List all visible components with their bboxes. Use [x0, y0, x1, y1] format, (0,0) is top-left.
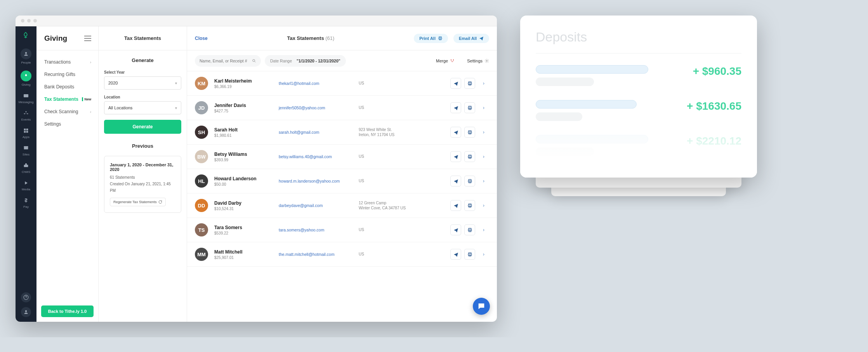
- statement-row[interactable]: SH Sarah Holt $1,980.61 sarah.holt@gmail…: [187, 120, 497, 145]
- sidebar-item[interactable]: Transactions›: [36, 56, 98, 68]
- person-name: Jennifer Davis: [214, 103, 273, 108]
- location-select[interactable]: All Locations ▾: [104, 101, 181, 114]
- row-expand[interactable]: ›: [478, 249, 489, 260]
- svg-rect-30: [469, 133, 470, 134]
- send-button[interactable]: [450, 78, 461, 89]
- statement-row[interactable]: DD David Darby $10,524.31 darbeydave@gma…: [187, 193, 497, 218]
- statement-row[interactable]: KM Karl Meisterheim $6,366.19 thekarl1@h…: [187, 71, 497, 96]
- person-amount: $427.75: [214, 109, 273, 113]
- rail-label: Pay: [23, 205, 29, 209]
- row-expand[interactable]: ›: [478, 127, 489, 138]
- panel-header: Tax Statements: [99, 26, 187, 50]
- send-button[interactable]: [450, 151, 461, 162]
- row-expand[interactable]: ›: [478, 176, 489, 186]
- person-name: Howard Landerson: [214, 176, 273, 181]
- help-button[interactable]: [21, 292, 31, 302]
- date-range-filter[interactable]: Date Range "1/1/2020 - 12/31/2020": [265, 55, 346, 67]
- rail-item-events[interactable]: Events: [16, 107, 36, 124]
- rail-item-apps[interactable]: Apps: [16, 124, 36, 141]
- search-input-wrap[interactable]: [195, 55, 261, 67]
- send-button[interactable]: [450, 200, 461, 211]
- row-expand[interactable]: ›: [478, 78, 489, 89]
- rail-item-pay[interactable]: Pay: [16, 194, 36, 211]
- send-icon: [453, 179, 458, 184]
- person-email: jennifer5050@yahoo.com: [279, 105, 352, 110]
- merge-button[interactable]: Merge: [436, 59, 455, 63]
- person-amount: $1,980.61: [214, 133, 273, 138]
- statement-row[interactable]: BW Betsy Williams $393.99 betsy.williams…: [187, 145, 497, 169]
- statement-row[interactable]: JD Jennifer Davis $427.75 jennifer5050@y…: [187, 96, 497, 120]
- print-button[interactable]: [464, 102, 475, 113]
- menu-icon[interactable]: [84, 36, 91, 41]
- print-button[interactable]: [464, 224, 475, 235]
- chat-fab[interactable]: [473, 298, 490, 315]
- print-button[interactable]: [464, 78, 475, 89]
- chevron-down-icon: ▾: [175, 81, 177, 85]
- rail-label: People: [21, 61, 31, 64]
- svg-rect-27: [469, 108, 470, 109]
- send-icon: [453, 105, 458, 110]
- statement-row[interactable]: TS Tara Somers $539.22 tara.somers@yahoo…: [187, 218, 497, 242]
- statement-row[interactable]: MM Matt Mitchell $25,907.01 the.matt.mit…: [187, 242, 497, 267]
- row-expand[interactable]: ›: [478, 200, 489, 211]
- sidebar-item[interactable]: Bank Deposits: [36, 81, 98, 93]
- sidebar-item-label: Tax Statements: [44, 97, 78, 102]
- row-expand[interactable]: ›: [478, 224, 489, 235]
- merge-icon: [450, 59, 455, 63]
- rail-item-media[interactable]: Media: [16, 176, 36, 194]
- placeholder-bar: [536, 112, 582, 121]
- sidebar-item-label: Transactions: [44, 59, 71, 65]
- search-input[interactable]: [200, 59, 252, 63]
- send-icon: [453, 81, 458, 86]
- print-all-button[interactable]: Print All: [414, 34, 448, 43]
- location-label: Location: [104, 95, 181, 99]
- app-window: People Giving Messaging Events Apps Site…: [16, 16, 497, 322]
- person-amount: $25,907.01: [214, 255, 273, 260]
- rail-item-messaging[interactable]: Messaging: [16, 89, 36, 107]
- row-expand[interactable]: ›: [478, 151, 489, 162]
- regenerate-button[interactable]: Regenerate Tax Statements: [110, 198, 166, 206]
- user-button[interactable]: [21, 307, 31, 317]
- printer-icon: [467, 228, 472, 233]
- rail-item-sites[interactable]: Sites: [16, 141, 36, 159]
- rail-item-chms[interactable]: ChMS: [16, 159, 36, 176]
- year-select[interactable]: 2020 ▾: [104, 76, 181, 90]
- row-expand[interactable]: ›: [478, 102, 489, 113]
- generate-button[interactable]: Generate: [104, 120, 181, 134]
- printer-icon: [467, 252, 472, 257]
- generate-panel: Tax Statements Generate Select Year 2020…: [99, 26, 187, 322]
- send-button[interactable]: [450, 176, 461, 186]
- sidebar-item[interactable]: Tax StatementsNew: [36, 93, 98, 105]
- date-range-label: Date Range: [270, 59, 292, 63]
- send-button[interactable]: [450, 102, 461, 113]
- send-button[interactable]: [450, 127, 461, 138]
- settings-label: Settings: [467, 59, 483, 63]
- print-button[interactable]: [464, 127, 475, 138]
- previous-title: Previous: [104, 143, 181, 149]
- print-button[interactable]: [464, 176, 475, 186]
- print-button[interactable]: [464, 151, 475, 162]
- main-content: Close Tax Statements (61) Print All Emai…: [187, 26, 497, 322]
- settings-button[interactable]: Settings: [467, 59, 489, 63]
- svg-rect-7: [24, 131, 26, 133]
- rail-item-giving[interactable]: Giving: [16, 67, 36, 89]
- sidebar-item[interactable]: Recurring Gifts: [36, 68, 98, 81]
- print-button[interactable]: [464, 249, 475, 260]
- close-link[interactable]: Close: [195, 36, 208, 41]
- window-chrome: [16, 16, 497, 26]
- svg-point-19: [253, 59, 255, 62]
- svg-rect-6: [26, 129, 28, 131]
- avatar: JD: [195, 101, 208, 114]
- sidebar-item[interactable]: Settings: [36, 118, 98, 130]
- sidebar-item[interactable]: Check Scanning›: [36, 105, 98, 118]
- statement-row[interactable]: HL Howard Landerson $50.00 howard.m.land…: [187, 169, 497, 193]
- print-button[interactable]: [464, 200, 475, 211]
- email-all-button[interactable]: Email All: [453, 34, 489, 43]
- deposits-title: Deposits: [536, 29, 741, 45]
- send-button[interactable]: [450, 249, 461, 260]
- send-button[interactable]: [450, 224, 461, 235]
- year-label: Select Year: [104, 70, 181, 74]
- chevron-down-icon: ▾: [175, 106, 177, 110]
- rail-item-people[interactable]: People: [16, 45, 36, 67]
- back-button[interactable]: Back to Tithe.ly 1.0: [41, 305, 94, 317]
